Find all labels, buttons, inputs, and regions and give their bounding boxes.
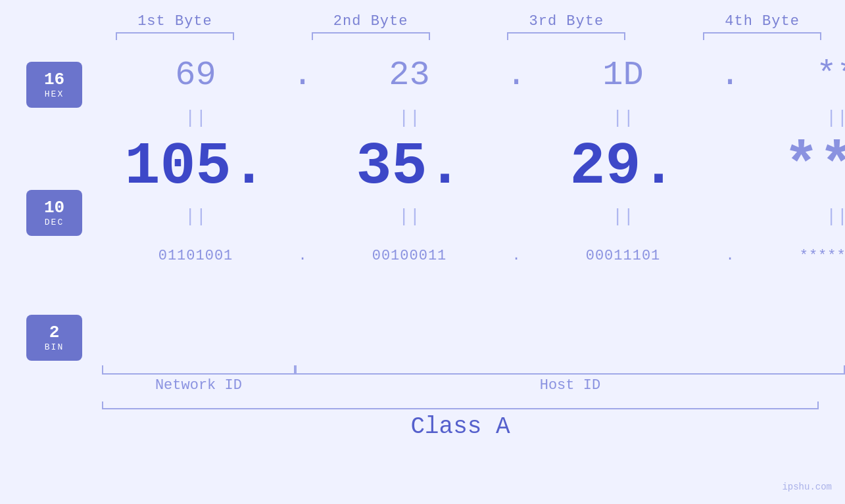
values-grid: 69 . 23 . 1D . ** || || || || 105. bbox=[105, 45, 845, 364]
eq2-b4: || bbox=[746, 203, 845, 229]
eq2-b2: || bbox=[319, 203, 500, 229]
bin-dot3: . bbox=[725, 248, 734, 264]
byte2-top-bracket bbox=[312, 32, 430, 40]
class-bracket-row bbox=[0, 401, 845, 409]
hex-dot3: . bbox=[719, 56, 740, 95]
eq2-b3: || bbox=[533, 203, 713, 229]
class-a-bracket bbox=[102, 401, 819, 409]
byte2-header: 2nd Byte bbox=[288, 13, 454, 30]
hex-b2: 23 bbox=[389, 56, 429, 95]
bin-b4: ******** bbox=[800, 248, 845, 264]
eq2-b1: || bbox=[105, 203, 286, 229]
dec-badge: 10 DEC bbox=[26, 190, 82, 236]
dec-b4: *** bbox=[783, 137, 845, 196]
bin-dot1: . bbox=[298, 248, 306, 264]
id-labels-row: Network ID Host ID bbox=[0, 377, 845, 394]
hex-dot2: . bbox=[506, 56, 526, 95]
byte1-header: 1st Byte bbox=[92, 13, 258, 30]
bin-b1: 01101001 bbox=[158, 248, 233, 264]
network-id-bracket bbox=[102, 365, 295, 375]
dec-b2: 35. bbox=[356, 137, 462, 196]
host-id-label: Host ID bbox=[295, 377, 845, 394]
eq1-b4: || bbox=[746, 104, 845, 131]
byte-headers-row: 1st Byte 2nd Byte 3rd Byte 4th Byte bbox=[0, 13, 845, 30]
dec-b1: 105. bbox=[124, 137, 266, 196]
bin-b2: 00100011 bbox=[372, 248, 447, 264]
bin-row: 01101001 . 00100011 . 00011101 . *******… bbox=[105, 229, 845, 282]
hex-b4: ** bbox=[816, 56, 845, 95]
class-a-row: Class A bbox=[0, 413, 845, 440]
main-container: 1st Byte 2nd Byte 3rd Byte 4th Byte 16 H… bbox=[0, 0, 845, 504]
hex-badge: 16 HEX bbox=[26, 62, 82, 108]
byte3-top-bracket bbox=[507, 32, 625, 40]
hex-dot1: . bbox=[292, 56, 312, 95]
watermark: ipshu.com bbox=[782, 482, 832, 492]
bottom-brackets-row bbox=[0, 365, 845, 375]
equals-row-1: || || || || bbox=[105, 104, 845, 131]
hex-row: 69 . 23 . 1D . ** bbox=[105, 45, 845, 104]
byte3-header: 3rd Byte bbox=[483, 13, 649, 30]
byte4-top-bracket bbox=[703, 32, 821, 40]
dec-row: 105. 35. 29. *** bbox=[105, 131, 845, 203]
dec-b3: 29. bbox=[569, 137, 676, 196]
byte4-header: 4th Byte bbox=[679, 13, 845, 30]
class-a-label: Class A bbox=[102, 413, 819, 440]
hex-b3: 1D bbox=[602, 56, 643, 95]
eq1-b1: || bbox=[105, 104, 286, 131]
top-brackets-row bbox=[0, 32, 845, 40]
base-labels-column: 16 HEX 10 DEC 2 BIN bbox=[26, 45, 105, 364]
eq1-b3: || bbox=[533, 104, 713, 131]
host-id-bracket bbox=[295, 365, 845, 375]
hex-b1: 69 bbox=[175, 56, 216, 95]
eq1-b2: || bbox=[319, 104, 500, 131]
equals-row-2: || || || || bbox=[105, 203, 845, 229]
bin-b3: 00011101 bbox=[586, 248, 661, 264]
bin-dot2: . bbox=[512, 248, 520, 264]
byte1-top-bracket bbox=[116, 32, 234, 40]
network-id-label: Network ID bbox=[102, 377, 295, 394]
bin-badge: 2 BIN bbox=[26, 315, 82, 361]
